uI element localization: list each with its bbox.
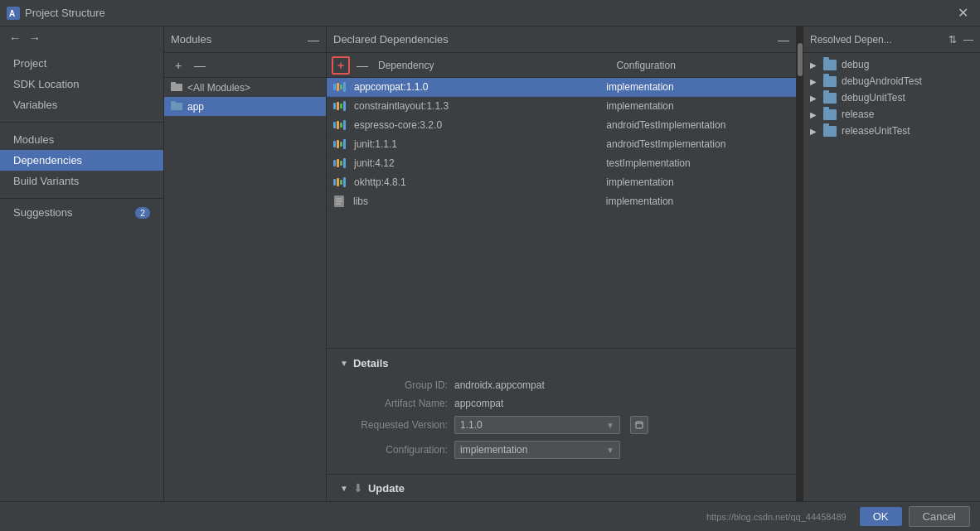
sidebar-item-project[interactable]: Project <box>0 53 163 74</box>
configuration-dropdown-icon: ▼ <box>606 446 614 455</box>
resolved-label-debug: debug <box>842 59 869 70</box>
back-button[interactable]: ← <box>7 31 23 45</box>
requested-version-label: Requested Version: <box>340 419 448 431</box>
list-item-all-modules-label: <All Modules> <box>187 82 250 94</box>
sidebar-item-build-variants[interactable]: Build Variants <box>0 171 163 191</box>
dep-config-okhttp: implementation <box>606 176 789 188</box>
url-hint: https://blog.csdn.net/qq_44458489 <box>706 512 847 522</box>
resolved-item-releaseunittest[interactable]: ▶ releaseUnitTest <box>803 123 980 139</box>
app-icon: A <box>7 7 20 20</box>
deps-rows: appcompat:1.1.0 implementation constrain… <box>327 78 796 348</box>
details-configuration-row: Configuration: implementation ▼ <box>340 441 783 459</box>
lib-icon-junit1 <box>333 139 346 149</box>
version-edit-button[interactable] <box>630 416 648 434</box>
close-button[interactable]: ✕ <box>953 3 973 22</box>
deps-scrollbar[interactable] <box>797 27 803 501</box>
dep-config-junit1: androidTestImplementation <box>606 138 789 150</box>
dep-row-appcompat[interactable]: appcompat:1.1.0 implementation <box>327 78 796 97</box>
dep-row-junit2[interactable]: junit:4.12 testImplementation <box>327 154 796 173</box>
modules-remove-button[interactable]: — <box>191 56 209 75</box>
folder-icon-app <box>171 100 182 113</box>
lib-icon-constraintlayout <box>333 101 346 111</box>
sidebar: ← → Project SDK Location Variables Modul… <box>0 27 164 501</box>
expand-arrow-debugandroidtest: ▶ <box>810 77 817 86</box>
dep-row-junit1[interactable]: junit:1.1.1 androidTestImplementation <box>327 135 796 154</box>
folder-icon-debugandroidtest <box>823 76 837 87</box>
sidebar-item-modules[interactable]: Modules <box>0 129 163 150</box>
resolved-label-release: release <box>842 109 874 120</box>
sidebar-item-dependencies[interactable]: Dependencies <box>0 150 163 171</box>
resolved-label-debugunittest: debugUnitTest <box>842 92 905 104</box>
configuration-select-value: implementation <box>460 444 527 456</box>
deps-minimize-button[interactable]: — <box>778 33 789 46</box>
modules-panel: Modules — + — <All Mo <box>164 27 327 501</box>
lib-icon-appcompat <box>333 82 346 92</box>
dep-row-okhttp[interactable]: okhttp:4.8.1 implementation <box>327 173 796 192</box>
cancel-button[interactable]: Cancel <box>909 506 970 527</box>
expand-arrow-release: ▶ <box>810 110 817 119</box>
resolved-item-release[interactable]: ▶ release <box>803 106 980 123</box>
sidebar-section2: Modules Dependencies Build Variants <box>0 126 163 195</box>
content-area: Modules — + — <All Mo <box>164 27 980 501</box>
sidebar-item-variables[interactable]: Variables <box>0 94 163 115</box>
folder-icon-all-modules <box>171 81 182 94</box>
folder-icon-releaseunittest <box>823 126 837 137</box>
details-title: Details <box>353 357 389 369</box>
version-select[interactable]: 1.1.0 ▼ <box>454 416 620 434</box>
expand-arrow-debug: ▶ <box>810 60 817 70</box>
modules-add-button[interactable]: + <box>169 56 187 75</box>
ok-button[interactable]: OK <box>860 507 902 526</box>
svg-rect-5 <box>171 101 176 104</box>
deps-panel-title: Declared Dependencies <box>333 33 449 46</box>
details-group-id-row: Group ID: androidx.appcompat <box>340 379 783 391</box>
resolved-label-debugandroidtest: debugAndroidTest <box>842 75 922 87</box>
update-section: ▼ ⬇ Update <box>327 474 796 501</box>
resolved-actions: ⇅ — <box>948 34 973 46</box>
modules-list: <All Modules> app <box>164 78 326 501</box>
list-item-app[interactable]: app <box>164 97 326 116</box>
dep-config-constraintlayout: implementation <box>606 100 789 112</box>
dep-name-junit1: junit:1.1.1 <box>354 138 598 150</box>
resolved-item-debugandroidtest[interactable]: ▶ debugAndroidTest <box>803 73 980 89</box>
dep-name-appcompat: appcompat:1.1.0 <box>354 81 598 93</box>
folder-icon-release <box>823 109 837 120</box>
expand-arrow-releaseunittest: ▶ <box>810 127 817 136</box>
resolved-items: ▶ debug ▶ debugAndroidTest ▶ debugUnitTe… <box>803 53 980 501</box>
modules-minimize-button[interactable]: — <box>308 33 319 46</box>
details-version-row: Requested Version: 1.1.0 ▼ <box>340 416 783 434</box>
dependencies-panel: Declared Dependencies — + — Dependency C… <box>327 27 797 501</box>
deps-remove-button[interactable]: — <box>353 56 371 75</box>
deps-add-button[interactable]: + <box>332 56 350 75</box>
dep-row-libs[interactable]: libs implementation <box>327 192 796 211</box>
svg-text:A: A <box>9 9 15 18</box>
forward-button[interactable]: → <box>27 31 43 45</box>
list-item-all-modules[interactable]: <All Modules> <box>164 78 326 97</box>
dep-name-junit2: junit:4.12 <box>354 157 598 169</box>
configuration-select[interactable]: implementation ▼ <box>454 441 620 459</box>
project-structure-window: A Project Structure ✕ ← → Project SDK Lo… <box>0 0 980 531</box>
list-item-app-label: app <box>187 101 204 113</box>
resolved-sort-icon[interactable]: ⇅ <box>948 34 957 46</box>
col-configuration-header: Configuration <box>616 60 675 71</box>
update-header: ▼ ⬇ Update <box>340 481 783 495</box>
bottom-bar: https://blog.csdn.net/qq_44458489 OK Can… <box>0 501 980 531</box>
resolved-item-debug[interactable]: ▶ debug <box>803 56 980 73</box>
resolved-minimize-button[interactable]: — <box>963 34 973 46</box>
dep-row-espresso[interactable]: espresso-core:3.2.0 androidTestImplement… <box>327 116 796 135</box>
titlebar: A Project Structure ✕ <box>0 0 980 27</box>
details-triangle-icon: ▼ <box>340 359 348 368</box>
dep-name-espresso: espresso-core:3.2.0 <box>354 119 598 131</box>
resolved-panel: Resolved Depen... ⇅ — ▶ debug ▶ <box>803 27 980 501</box>
sidebar-item-sdk-location[interactable]: SDK Location <box>0 74 163 94</box>
dep-name-libs: libs <box>353 196 598 207</box>
resolved-item-debugunittest[interactable]: ▶ debugUnitTest <box>803 89 980 106</box>
details-artifact-name-row: Artifact Name: appcompat <box>340 398 783 409</box>
version-dropdown-icon: ▼ <box>606 421 614 430</box>
details-section: ▼ Details Group ID: androidx.appcompat A… <box>327 348 796 474</box>
dep-name-constraintlayout: constraintlayout:1.1.3 <box>354 100 598 112</box>
dep-row-constraintlayout[interactable]: constraintlayout:1.1.3 implementation <box>327 97 796 116</box>
artifact-name-label: Artifact Name: <box>340 398 448 409</box>
sidebar-item-suggestions[interactable]: Suggestions 2 <box>0 202 163 223</box>
details-header: ▼ Details <box>340 357 783 369</box>
expand-arrow-debugunittest: ▶ <box>810 94 817 103</box>
